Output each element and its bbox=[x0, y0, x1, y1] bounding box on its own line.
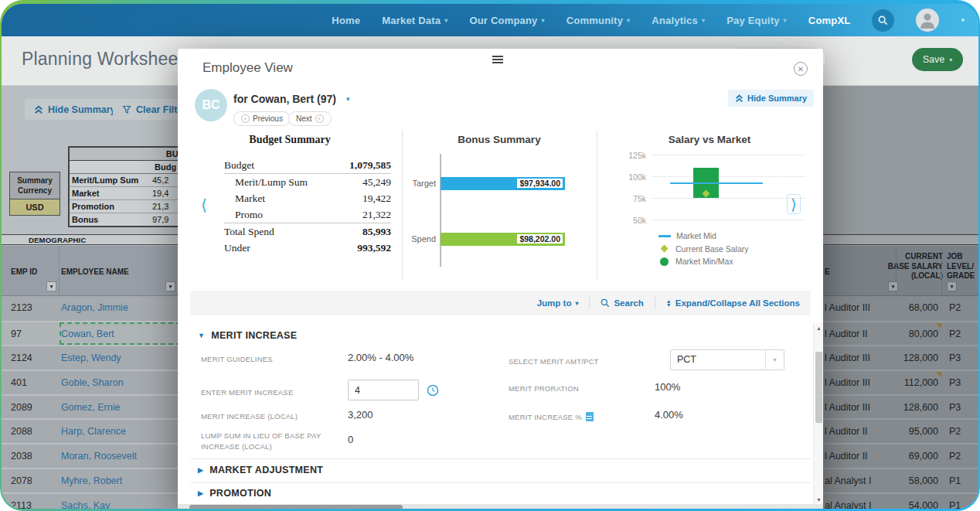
gridline bbox=[652, 220, 805, 220]
market-mid-line bbox=[670, 182, 763, 185]
table-row[interactable]: l Auditor II80,000P2 bbox=[823, 321, 978, 346]
bar-category-label: Target bbox=[405, 179, 436, 188]
table-row[interactable]: al Analyst I54,000P1 bbox=[823, 492, 978, 509]
table-row[interactable]: 2078Myhre, Robert bbox=[2, 468, 178, 492]
expand-collapse-button[interactable]: ▲▼ Expand/Collapse All Sections bbox=[666, 298, 800, 308]
summary-currency-value[interactable]: USD bbox=[10, 199, 60, 215]
merit-pct-label: MERIT INCREASE % bbox=[509, 412, 594, 421]
employee-name-link[interactable]: Estep, Wendy bbox=[61, 353, 121, 363]
page-title: Planning Worksheet bbox=[22, 49, 183, 70]
employee-name-link[interactable]: Harp, Clarence bbox=[61, 426, 126, 437]
nav-item-home[interactable]: Home bbox=[332, 15, 360, 26]
table-row[interactable]: l Auditor II69,000P2 bbox=[823, 443, 978, 468]
table-row[interactable]: l Auditor III128,000P3 bbox=[823, 345, 978, 370]
nav-item-pay-equity[interactable]: Pay Equity▾ bbox=[726, 15, 787, 26]
col-header-emp-id: EMP ID bbox=[11, 267, 37, 276]
table-row[interactable]: l Auditor III68,000P2 bbox=[823, 296, 978, 321]
y-tick-label: 75k bbox=[600, 194, 646, 203]
y-tick-label: 100k bbox=[600, 172, 646, 182]
employee-name-link[interactable]: Myhre, Robert bbox=[61, 475, 122, 486]
drag-handle-icon[interactable] bbox=[492, 56, 503, 65]
section-promotion[interactable]: ▶ PROMOTION bbox=[198, 488, 271, 499]
nav-overflow-caret[interactable]: ▾ bbox=[961, 16, 965, 24]
employee-dropdown-caret[interactable]: ▾ bbox=[346, 95, 350, 103]
table-row[interactable]: 2038Moran, Roosevelt bbox=[2, 443, 178, 468]
previous-button[interactable]: ‹Previous bbox=[233, 111, 291, 126]
summary-currency-label: Summary Currency bbox=[10, 172, 60, 199]
modal-title: Employee View bbox=[202, 60, 293, 76]
table-row[interactable]: l Auditor II95,000P2 bbox=[823, 418, 978, 443]
employee-name-link[interactable]: Goble, Sharon bbox=[61, 377, 124, 388]
table-header-left: EMP ID EMPLOYEE NAME ▾ ▾ bbox=[2, 246, 178, 296]
save-button[interactable]: Save▾ bbox=[912, 48, 963, 71]
nav-item-our-company[interactable]: Our Company▾ bbox=[469, 15, 544, 26]
grade-cell: P2 bbox=[949, 451, 961, 462]
scroll-up-icon[interactable]: ▲ bbox=[814, 325, 824, 331]
employee-name-link[interactable]: Gomez, Ernie bbox=[61, 402, 120, 413]
job-title-cell: l Auditor II bbox=[825, 329, 868, 339]
merit-guidelines-value: 2.00% - 4.00% bbox=[348, 352, 413, 363]
table-row[interactable]: 97Cowan, Bert bbox=[2, 321, 178, 346]
modal-hide-summary-button[interactable]: Hide Summary bbox=[728, 90, 814, 107]
legend-swatch-icon bbox=[661, 245, 669, 253]
bar-spend: $98,202.00 bbox=[441, 233, 565, 246]
filter-dropdown-grade[interactable]: ▾ bbox=[947, 281, 957, 291]
table-row[interactable]: 2088Harp, Clarence bbox=[2, 418, 178, 443]
budget-summary-row: Merit/Lump Sum45,249 bbox=[224, 174, 391, 190]
chevron-down-icon: ▾ bbox=[575, 300, 578, 307]
budget-summary-row: Budget1,079,585 bbox=[224, 157, 391, 174]
job-title-cell: al Analyst I bbox=[825, 475, 871, 486]
merit-amt-pct-select[interactable]: PCT ▾ bbox=[670, 349, 784, 370]
close-icon[interactable]: ✕ bbox=[794, 62, 808, 76]
legend-swatch-icon bbox=[658, 235, 671, 237]
filter-dropdown-employee-name[interactable]: ▾ bbox=[165, 281, 175, 291]
next-button[interactable]: Next› bbox=[288, 111, 332, 126]
table-row[interactable]: al Analyst I58,000P1 bbox=[823, 468, 978, 492]
table-row[interactable]: 2113Sachs, Kay bbox=[2, 492, 178, 509]
filter-dropdown-emp-id[interactable]: ▾ bbox=[46, 281, 56, 291]
salary-cell: 128,000 bbox=[903, 353, 938, 363]
nav-item-community[interactable]: Community▾ bbox=[567, 15, 631, 26]
table-row[interactable]: 2124Estep, Wendy bbox=[2, 345, 178, 370]
user-avatar[interactable] bbox=[916, 9, 939, 32]
app-surface: HomeMarket Data▾Our Company▾Community▾An… bbox=[2, 4, 978, 509]
scroll-down-icon[interactable]: ▼ bbox=[814, 497, 824, 502]
jump-to-button[interactable]: Jump to▾ bbox=[537, 298, 579, 308]
employee-table-right: l Auditor III68,000P2l Auditor II80,000P… bbox=[823, 296, 978, 509]
bonus-chart-axis bbox=[440, 154, 441, 267]
summary-currency-box: Summary Currency USD bbox=[9, 172, 60, 216]
nav-item-analytics[interactable]: Analytics▾ bbox=[652, 15, 705, 26]
table-row[interactable]: l Auditor III112,000P3 bbox=[823, 370, 978, 394]
table-row[interactable]: l Auditor III128,600P3 bbox=[823, 394, 978, 419]
employee-name-link[interactable]: Moran, Roosevelt bbox=[61, 451, 137, 462]
table-row[interactable]: 2089Gomez, Ernie bbox=[2, 394, 178, 419]
nav-item-market-data[interactable]: Market Data▾ bbox=[382, 15, 447, 26]
document-icon[interactable] bbox=[586, 412, 594, 421]
search-button-modal[interactable]: Search bbox=[601, 298, 643, 308]
section-market-adjustment[interactable]: ▶ MARKET ADJUSTMENT bbox=[198, 465, 323, 475]
modal-vertical-scrollbar[interactable]: ▲ ▼ bbox=[813, 323, 823, 505]
scrollbar-thumb[interactable] bbox=[815, 352, 822, 423]
bonus-summary-panel: Bonus Summary Target$97,934.00Spend$98,2… bbox=[402, 126, 597, 281]
y-tick-label: 50k bbox=[600, 216, 646, 225]
employee-name-link[interactable]: Sachs, Kay bbox=[61, 500, 110, 509]
emp-id-cell: 2123 bbox=[11, 302, 32, 313]
nav-item-compxl[interactable]: CompXL bbox=[808, 15, 851, 26]
section-merit-increase[interactable]: ▼ MERIT INCREASE bbox=[198, 330, 297, 341]
employee-name-link[interactable]: Aragon, Jimmie bbox=[61, 302, 128, 313]
table-row[interactable]: 2123Aragon, Jimmie bbox=[2, 296, 178, 321]
merit-increase-input[interactable] bbox=[348, 380, 419, 400]
search-icon bbox=[878, 15, 888, 26]
person-icon bbox=[916, 9, 939, 32]
search-button[interactable] bbox=[872, 9, 894, 32]
clock-icon[interactable] bbox=[427, 384, 439, 397]
filter-dropdown-salary[interactable]: ▾ bbox=[888, 281, 898, 291]
budget-summary-row: Promo21,322 bbox=[224, 206, 391, 223]
scrollbar-thumb[interactable] bbox=[189, 505, 403, 509]
emp-id-cell: 2088 bbox=[11, 426, 32, 437]
modal-horizontal-scrollbar[interactable] bbox=[178, 504, 823, 509]
table-row[interactable]: 401Goble, Sharon bbox=[2, 370, 178, 394]
hide-summary-button[interactable]: Hide Summary bbox=[25, 99, 125, 120]
salary-cell: 80,000 bbox=[909, 329, 938, 339]
app-window: HomeMarket Data▾Our Company▾Community▾An… bbox=[0, 0, 980, 511]
